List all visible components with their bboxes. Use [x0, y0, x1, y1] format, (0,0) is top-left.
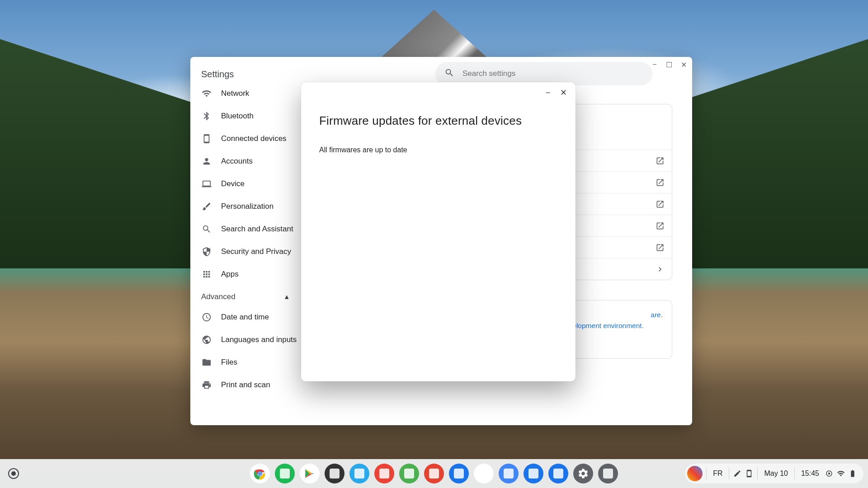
settings-title: Settings: [201, 69, 234, 80]
clock-icon: [201, 312, 212, 323]
open-external-icon: [656, 221, 665, 230]
shelf-app-play-store[interactable]: [300, 464, 320, 483]
sidebar-item-files[interactable]: Files: [190, 351, 300, 374]
sidebar-item-label: Network: [221, 89, 249, 98]
shelf-app-spotify[interactable]: [275, 464, 295, 483]
stylus-icon[interactable]: [733, 469, 742, 478]
sidebar-item-accounts[interactable]: Accounts: [190, 150, 300, 173]
status-area[interactable]: FR May 10 15:45: [685, 464, 863, 483]
sidebar-item-label: Accounts: [221, 157, 253, 166]
sidebar-item-label: Search and Assistant: [221, 225, 293, 234]
link-partial[interactable]: are: [651, 311, 660, 319]
shelf-app-app-blue[interactable]: [524, 464, 543, 483]
notifications-icon[interactable]: [825, 469, 834, 478]
chevron-up-icon: ▴: [285, 292, 289, 301]
shelf-app-update[interactable]: [598, 464, 618, 483]
window-controls: − ☐ ✕: [651, 61, 688, 69]
search-input[interactable]: [462, 69, 643, 78]
advanced-label: Advanced: [201, 292, 236, 301]
sidebar-item-label: Security and Privacy: [221, 247, 291, 256]
launcher-button[interactable]: [8, 468, 19, 479]
shelf-app-todoist[interactable]: [424, 464, 444, 483]
minimize-button[interactable]: −: [651, 61, 659, 69]
sidebar-advanced-toggle[interactable]: Advanced▴: [190, 286, 300, 306]
shelf-app-docs[interactable]: [499, 464, 519, 483]
sidebar-item-security-and-privacy[interactable]: Security and Privacy: [190, 240, 300, 263]
sidebar-item-apps[interactable]: Apps: [190, 263, 300, 286]
svg-point-5: [828, 473, 830, 475]
ime-indicator[interactable]: FR: [710, 469, 725, 478]
shelf-app-app-red[interactable]: [374, 464, 394, 483]
shelf-app-chrome[interactable]: [250, 464, 270, 483]
wifi-icon: [201, 88, 212, 99]
shelf-app-code[interactable]: [399, 464, 419, 483]
close-button[interactable]: ✕: [679, 61, 688, 69]
shelf-app-slack[interactable]: [474, 464, 494, 483]
maximize-button[interactable]: ☐: [665, 61, 673, 69]
shelf-app-files[interactable]: [548, 464, 568, 483]
user-avatar[interactable]: [687, 466, 703, 481]
sidebar-item-label: Languages and inputs: [221, 335, 297, 344]
sidebar-item-languages-and-inputs[interactable]: Languages and inputs: [190, 328, 300, 351]
sidebar-item-device[interactable]: Device: [190, 173, 300, 195]
open-external-icon: [656, 178, 665, 187]
sidebar-item-network[interactable]: Network: [190, 82, 300, 105]
dialog-title: Firmware updates for external devices: [319, 114, 557, 128]
firmware-updates-dialog: − ✕ Firmware updates for external device…: [301, 82, 576, 381]
firmware-status-text: All firmwares are up to date: [319, 146, 557, 154]
sidebar-item-print-and-scan[interactable]: Print and scan: [190, 374, 300, 396]
sidebar-item-label: Connected devices: [221, 134, 287, 143]
sidebar-item-personalization[interactable]: Personalization: [190, 195, 300, 218]
folder-icon: [201, 357, 212, 368]
dialog-close-button[interactable]: ✕: [559, 89, 567, 97]
time-indicator[interactable]: 15:45: [798, 469, 822, 478]
sidebar-item-connected-devices[interactable]: Connected devices: [190, 127, 300, 150]
open-external-icon: [656, 200, 665, 209]
wifi-icon[interactable]: [836, 469, 845, 478]
brush-icon: [201, 201, 212, 212]
settings-sidebar: NetworkBluetoothConnected devicesAccount…: [190, 57, 300, 425]
bluetooth-icon: [201, 111, 212, 122]
sidebar-item-label: Bluetooth: [221, 112, 254, 121]
sidebar-item-search-and-assistant[interactable]: Search and Assistant: [190, 218, 300, 240]
open-external-icon: [656, 156, 665, 165]
laptop-icon: [201, 178, 212, 189]
sidebar-item-label: Personalization: [221, 202, 274, 211]
sidebar-item-label: Print and scan: [221, 380, 270, 389]
person-icon: [201, 156, 212, 167]
shelf-apps: [250, 464, 618, 483]
dialog-controls: − ✕: [544, 89, 567, 97]
search-icon: [201, 224, 212, 235]
search-icon: [444, 68, 454, 80]
shelf-app-telegram[interactable]: [349, 464, 369, 483]
open-external-icon: [656, 243, 665, 252]
battery-icon[interactable]: [848, 469, 857, 478]
apps-icon: [201, 269, 212, 280]
dialog-minimize-button[interactable]: −: [544, 89, 552, 97]
sidebar-item-label: Files: [221, 358, 237, 367]
shelf-app-messages[interactable]: [449, 464, 469, 483]
shelf: FR May 10 15:45: [0, 459, 868, 488]
shelf-app-crostini[interactable]: [325, 464, 344, 483]
date-indicator[interactable]: May 10: [761, 469, 790, 478]
phone-hub-icon[interactable]: [745, 469, 754, 478]
sidebar-item-bluetooth[interactable]: Bluetooth: [190, 105, 300, 127]
shield-icon: [201, 246, 212, 257]
shelf-app-settings[interactable]: [573, 464, 593, 483]
sidebar-item-label: Apps: [221, 270, 239, 279]
chevron-right-icon: [656, 265, 665, 274]
sidebar-item-label: Device: [221, 179, 245, 188]
globe-icon: [201, 334, 212, 345]
phone-icon: [201, 133, 212, 144]
sidebar-item-date-and-time[interactable]: Date and time: [190, 306, 300, 328]
print-icon: [201, 380, 212, 390]
svg-point-3: [259, 472, 261, 474]
sidebar-item-label: Date and time: [221, 313, 269, 322]
